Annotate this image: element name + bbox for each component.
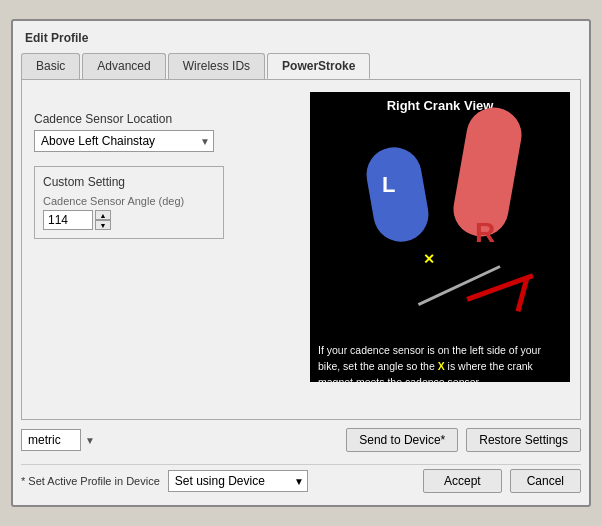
crank-left-arm: [362, 143, 433, 246]
crank-visualization: L R ✕: [310, 117, 570, 337]
crank-view-title: Right Crank View: [310, 92, 570, 117]
device-option-select[interactable]: Set using Device Set manually: [168, 470, 308, 492]
unit-select-arrow: ▼: [85, 435, 95, 446]
left-panel: Cadence Sensor Location Above Left Chain…: [34, 92, 294, 407]
crank-image: Right Crank View L R ✕: [310, 92, 570, 382]
cancel-button[interactable]: Cancel: [510, 469, 581, 493]
cadence-sensor-select-wrapper: Above Left Chainstay Below Left Chainsta…: [34, 130, 214, 152]
angle-up-button[interactable]: ▲: [95, 210, 111, 220]
custom-setting-title: Custom Setting: [43, 175, 215, 189]
sensor-arm: [418, 265, 501, 306]
tab-powerstroke[interactable]: PowerStroke: [267, 53, 370, 79]
bottom-footer: * Set Active Profile in Device Set using…: [21, 464, 581, 497]
angle-input[interactable]: [43, 210, 93, 230]
angle-label: Cadence Sensor Angle (deg): [43, 195, 215, 207]
footer-note: * Set Active Profile in Device: [21, 475, 160, 487]
right-panel: Right Crank View L R ✕: [310, 92, 570, 407]
restore-settings-button[interactable]: Restore Settings: [466, 428, 581, 452]
tab-content-powerstroke: Cadence Sensor Location Above Left Chain…: [21, 80, 581, 420]
cadence-sensor-label: Cadence Sensor Location: [34, 112, 294, 126]
unit-select[interactable]: metric imperial: [21, 429, 81, 451]
x-marker-inline: X: [438, 360, 445, 372]
cadence-sensor-group: Cadence Sensor Location Above Left Chain…: [34, 112, 294, 152]
angle-spinner-buttons: ▲ ▼: [95, 210, 111, 230]
unit-select-wrapper: metric imperial ▼: [21, 429, 95, 451]
device-option-wrapper: Set using Device Set manually ▼: [168, 470, 308, 492]
crank-info-text: If your cadence sensor is on the left si…: [310, 337, 570, 382]
custom-setting-box: Custom Setting Cadence Sensor Angle (deg…: [34, 166, 224, 239]
accept-button[interactable]: Accept: [423, 469, 502, 493]
tab-bar: Basic Advanced Wireless IDs PowerStroke: [21, 53, 581, 80]
tab-advanced[interactable]: Advanced: [82, 53, 165, 79]
angle-down-button[interactable]: ▼: [95, 220, 111, 230]
send-to-device-button[interactable]: Send to Device*: [346, 428, 458, 452]
tab-wireless-ids[interactable]: Wireless IDs: [168, 53, 265, 79]
crank-right-label: R: [475, 217, 495, 249]
crank-left-label: L: [382, 172, 395, 198]
cadence-sensor-select[interactable]: Above Left Chainstay Below Left Chainsta…: [34, 130, 214, 152]
tab-basic[interactable]: Basic: [21, 53, 80, 79]
x-marker: ✕: [423, 251, 435, 267]
bottom-bar: metric imperial ▼ Send to Device* Restor…: [21, 420, 581, 460]
angle-spinner: ▲ ▼: [43, 210, 215, 230]
edit-profile-dialog: Edit Profile Basic Advanced Wireless IDs…: [11, 19, 591, 507]
dialog-title: Edit Profile: [21, 29, 581, 47]
